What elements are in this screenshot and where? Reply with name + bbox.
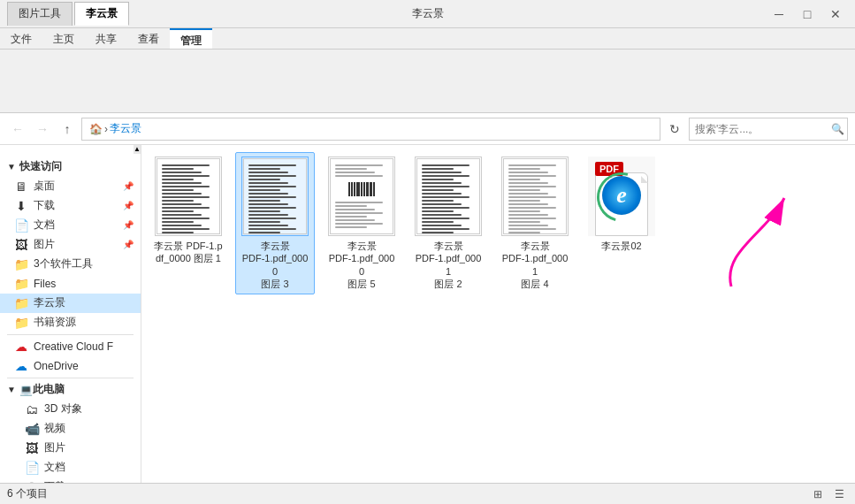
quick-access-header[interactable]: ▼ 快速访问 — [0, 157, 141, 177]
sidebar-item-software[interactable]: 📁 3个软件工具 — [0, 255, 141, 274]
tab-share[interactable]: 共享 — [85, 28, 127, 49]
sidebar-item-3d[interactable]: 🗂 3D 对象 — [0, 400, 141, 419]
sidebar-item-downloads[interactable]: ⬇ 下载 📌 — [0, 196, 141, 216]
tab-manage[interactable]: 管理 — [170, 28, 212, 49]
documents-icon: 📄 — [14, 218, 28, 233]
search-box[interactable]: 🔍 — [689, 118, 848, 141]
doc-thumb — [243, 158, 307, 234]
folder-icon: 📁 — [14, 296, 28, 310]
large-icon-view-button[interactable]: ⊞ — [809, 486, 827, 502]
pictures2-icon: 🖼 — [25, 441, 39, 455]
file-item-layer2[interactable]: 李云景PDF-1.pdf_0001图层 2 — [408, 152, 488, 294]
barcode — [348, 182, 375, 196]
folder-icon: 📁 — [14, 257, 28, 271]
sidebar-scroll-up[interactable]: ▲ — [134, 145, 141, 154]
sidebar-item-pictures2[interactable]: 🖼 图片 — [0, 439, 141, 458]
this-pc-label: 此电脑 — [33, 382, 65, 397]
up-button[interactable]: ↑ — [57, 118, 78, 140]
main-area: ▲ ▼ 快速访问 🖥 桌面 📌 ⬇ 下载 📌 📄 文档 📌 — [0, 145, 855, 483]
documents2-icon: 📄 — [25, 461, 39, 475]
ie-logo: e — [602, 176, 641, 215]
sidebar-item-label: 李云景 — [34, 295, 65, 310]
pin-icon: 📌 — [123, 240, 134, 249]
creative-cloud-icon: ☁ — [14, 340, 28, 354]
file-name: 李云景PDF-1.pdf_0000图层 3 — [240, 240, 310, 290]
downloads2-icon: ⬇ — [25, 480, 39, 484]
sidebar-item-label: 文档 — [44, 460, 65, 475]
window-controls: ─ □ ✕ — [767, 5, 848, 23]
minimize-button[interactable]: ─ — [767, 5, 791, 23]
content-area: 李云景 PDF-1.pdf_0000 图层 1 — [141, 145, 855, 302]
sidebar-item-label: OneDrive — [34, 360, 79, 372]
file-name: 李云景02 — [601, 240, 641, 252]
forward-button[interactable]: → — [32, 118, 53, 140]
file-item-layer5[interactable]: 李云景PDF-1.pdf_0000图层 5 — [322, 152, 401, 294]
ribbon-content — [0, 50, 855, 113]
folder-icon: 📁 — [14, 316, 28, 330]
breadcrumb-home[interactable]: 🏠 — [89, 123, 103, 135]
sidebar-item-books[interactable]: 📁 书籍资源 — [0, 313, 141, 332]
pin-icon: 📌 — [123, 181, 134, 191]
window-title: 李云景 — [412, 6, 444, 21]
tab-view[interactable]: 查看 — [127, 28, 170, 49]
sidebar-item-label: 文档 — [34, 218, 55, 233]
details-view-button[interactable]: ☰ — [830, 486, 848, 502]
file-thumbnail — [328, 157, 395, 236]
sidebar-item-liyunjing[interactable]: 📁 李云景 — [0, 294, 141, 313]
titlebar-tab-folder[interactable]: 李云景 — [74, 2, 129, 26]
sidebar-item-label: 图片 — [34, 237, 55, 252]
file-thumbnail — [415, 157, 482, 236]
close-button[interactable]: ✕ — [823, 5, 848, 23]
view-controls: ⊞ ☰ — [809, 486, 848, 502]
pdf-ie-icon: PDF e — [588, 160, 655, 236]
this-pc-arrow: ▼ — [7, 385, 16, 394]
sidebar-item-label: 视频 — [44, 421, 65, 436]
address-bar: ← → ↑ 🏠 › 李云景 ↻ 🔍 — [0, 113, 855, 145]
sidebar-item-downloads2[interactable]: ⬇ 下载 — [0, 477, 141, 484]
file-name: 李云景PDF-1.pdf_0000图层 5 — [326, 240, 397, 290]
quick-access-arrow: ▼ — [7, 162, 16, 172]
tab-file[interactable]: 文件 — [0, 28, 42, 49]
sidebar-divider2 — [7, 378, 134, 378]
file-name: 李云景PDF-1.pdf_0001图层 2 — [413, 240, 484, 290]
doc-thumb — [156, 158, 220, 234]
sidebar-item-documents2[interactable]: 📄 文档 — [0, 458, 141, 477]
onedrive-icon: ☁ — [14, 359, 28, 373]
file-name: 李云景PDF-1.pdf_0001图层 4 — [500, 240, 570, 290]
sidebar-item-pictures[interactable]: 🖼 图片 📌 — [0, 235, 141, 255]
file-item-layer1[interactable]: 李云景 PDF-1.pdf_0000 图层 1 — [149, 152, 228, 294]
item-count: 6 个项目 — [7, 486, 48, 501]
this-pc-header[interactable]: ▼ 💻 此电脑 — [0, 380, 141, 400]
tab-home[interactable]: 主页 — [42, 28, 85, 49]
breadcrumb-folder[interactable]: 李云景 — [110, 121, 141, 136]
file-thumbnail-pdf: PDF e — [588, 157, 655, 236]
maximize-button[interactable]: □ — [795, 5, 820, 23]
doc-thumb — [503, 158, 567, 234]
file-item-layer3[interactable]: 李云景PDF-1.pdf_0000图层 3 — [235, 152, 315, 294]
downloads-icon: ⬇ — [14, 199, 28, 213]
sidebar-item-onedrive[interactable]: ☁ OneDrive — [0, 356, 141, 376]
pin-icon: 📌 — [123, 201, 134, 210]
statusbar: 6 个项目 ⊞ ☰ — [0, 483, 855, 504]
refresh-button[interactable]: ↻ — [664, 118, 685, 140]
titlebar-tab-picture-tools[interactable]: 图片工具 — [7, 2, 73, 26]
sidebar: ▲ ▼ 快速访问 🖥 桌面 📌 ⬇ 下载 📌 📄 文档 📌 — [0, 145, 141, 483]
address-path[interactable]: 🏠 › 李云景 — [81, 118, 660, 141]
sidebar-item-files[interactable]: 📁 Files — [0, 274, 141, 294]
3d-icon: 🗂 — [25, 402, 39, 416]
sidebar-item-desktop[interactable]: 🖥 桌面 📌 — [0, 177, 141, 196]
pictures-icon: 🖼 — [14, 238, 28, 252]
search-input[interactable] — [695, 123, 828, 135]
sidebar-item-video[interactable]: 📹 视频 — [0, 419, 141, 439]
video-icon: 📹 — [25, 422, 39, 436]
file-item-pdf02[interactable]: PDF e 李云景02 — [582, 152, 661, 294]
sidebar-item-documents[interactable]: 📄 文档 📌 — [0, 216, 141, 235]
sidebar-item-label: Files — [34, 278, 56, 290]
back-button[interactable]: ← — [7, 118, 28, 140]
titlebar: 图片工具 李云景 李云景 ─ □ ✕ — [0, 0, 855, 28]
file-item-layer4[interactable]: 李云景PDF-1.pdf_0001图层 4 — [495, 152, 575, 294]
titlebar-tabs: 图片工具 李云景 — [7, 2, 767, 26]
sidebar-item-creative-cloud[interactable]: ☁ Creative Cloud F — [0, 337, 141, 356]
file-thumbnail — [155, 157, 222, 236]
search-icon: 🔍 — [831, 123, 844, 135]
